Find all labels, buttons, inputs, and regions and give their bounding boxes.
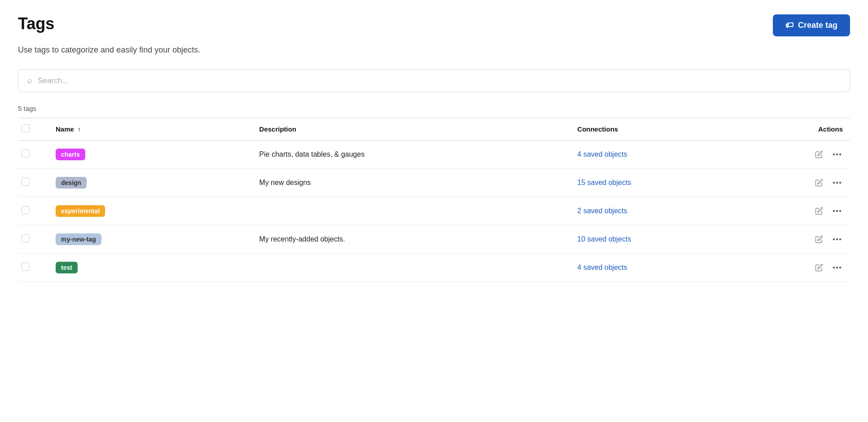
table-row: experimental 2 saved objects (18, 197, 850, 225)
row-name-cell-test: test (48, 254, 252, 282)
row-name-cell-charts: charts (48, 141, 252, 169)
row-checkbox-cell (18, 225, 48, 254)
row-checkbox-cell (18, 141, 48, 169)
row-description-charts: Pie charts, data tables, & gauges (259, 150, 365, 158)
connections-link-experimental[interactable]: 2 saved objects (577, 207, 627, 215)
search-icon: ⌕ (27, 76, 32, 85)
connections-link-test[interactable]: 4 saved objects (577, 264, 627, 271)
row-checkbox-charts[interactable] (22, 149, 30, 158)
tag-badge-design[interactable]: design (56, 177, 87, 189)
more-button-my-new-tag[interactable] (831, 237, 843, 242)
row-connections-cell-test: 4 saved objects (570, 254, 748, 282)
page-description: Use tags to categorize and easily find y… (18, 45, 850, 55)
edit-button-charts[interactable] (813, 149, 825, 160)
edit-button-test[interactable] (813, 262, 825, 273)
more-icon-charts (833, 154, 841, 155)
more-icon-design (833, 182, 841, 184)
row-description-cell-experimental (252, 197, 570, 225)
tags-table: Name ↑ Description Connections Actions c… (18, 118, 850, 282)
row-description-cell-test (252, 254, 570, 282)
more-button-charts[interactable] (831, 152, 843, 157)
row-name-cell-design: design (48, 169, 252, 197)
tag-badge-experimental[interactable]: experimental (56, 205, 105, 217)
tag-badge-my-new-tag[interactable]: my-new-tag (56, 233, 101, 245)
table-row: charts Pie charts, data tables, & gauges… (18, 141, 850, 169)
column-header-actions: Actions (748, 118, 850, 141)
row-description-design: My new designs (259, 179, 311, 186)
more-button-experimental[interactable] (831, 208, 843, 214)
tag-icon: 🏷 (785, 21, 793, 30)
row-actions-cell-my-new-tag (748, 225, 850, 254)
row-checkbox-cell (18, 254, 48, 282)
create-tag-label: Create tag (798, 21, 837, 30)
more-button-test[interactable] (831, 265, 843, 270)
row-connections-cell-experimental: 2 saved objects (570, 197, 748, 225)
connections-link-charts[interactable]: 4 saved objects (577, 150, 627, 158)
edit-icon-charts (815, 150, 823, 158)
edit-button-design[interactable] (813, 177, 825, 189)
row-checkbox-design[interactable] (22, 178, 30, 186)
edit-button-experimental[interactable] (813, 205, 825, 217)
connections-link-design[interactable]: 15 saved objects (577, 179, 631, 186)
row-actions-cell-test (748, 254, 850, 282)
tags-count: 5 tags (18, 105, 850, 112)
row-actions-cell-design (748, 169, 850, 197)
more-button-design[interactable] (831, 180, 843, 185)
create-tag-button[interactable]: 🏷 Create tag (773, 14, 850, 36)
action-buttons-test (755, 262, 843, 273)
select-all-checkbox[interactable] (22, 124, 30, 132)
row-description-cell-charts: Pie charts, data tables, & gauges (252, 141, 570, 169)
edit-icon-experimental (815, 207, 823, 215)
more-icon-test (833, 267, 841, 268)
action-buttons-charts (755, 149, 843, 160)
connections-link-my-new-tag[interactable]: 10 saved objects (577, 235, 631, 243)
action-buttons-design (755, 177, 843, 189)
table-row: my-new-tag My recently-added objects. 10… (18, 225, 850, 254)
row-checkbox-experimental[interactable] (22, 206, 30, 214)
search-input[interactable] (38, 76, 841, 85)
row-checkbox-cell (18, 197, 48, 225)
edit-icon-my-new-tag (815, 235, 823, 243)
action-buttons-my-new-tag (755, 233, 843, 245)
select-all-header (18, 118, 48, 141)
more-icon-experimental (833, 210, 841, 212)
row-description-my-new-tag: My recently-added objects. (259, 235, 345, 243)
tag-badge-charts[interactable]: charts (56, 149, 85, 160)
edit-button-my-new-tag[interactable] (813, 233, 825, 245)
table-header-row: Name ↑ Description Connections Actions (18, 118, 850, 141)
edit-icon-test (815, 264, 823, 272)
column-header-connections: Connections (570, 118, 748, 141)
page-title: Tags (18, 14, 54, 33)
row-actions-cell-experimental (748, 197, 850, 225)
row-name-cell-my-new-tag: my-new-tag (48, 225, 252, 254)
row-connections-cell-design: 15 saved objects (570, 169, 748, 197)
row-connections-cell-my-new-tag: 10 saved objects (570, 225, 748, 254)
row-actions-cell-charts (748, 141, 850, 169)
table-row: design My new designs 15 saved objects (18, 169, 850, 197)
row-checkbox-test[interactable] (22, 263, 30, 271)
tag-badge-test[interactable]: test (56, 262, 78, 273)
sort-icon: ↑ (78, 126, 81, 133)
table-row: test 4 saved objects (18, 254, 850, 282)
page-header: Tags 🏷 Create tag (18, 14, 850, 36)
edit-icon-design (815, 179, 823, 187)
action-buttons-experimental (755, 205, 843, 217)
row-description-cell-my-new-tag: My recently-added objects. (252, 225, 570, 254)
row-checkbox-my-new-tag[interactable] (22, 234, 30, 242)
column-header-description: Description (252, 118, 570, 141)
column-header-name[interactable]: Name ↑ (48, 118, 252, 141)
row-description-cell-design: My new designs (252, 169, 570, 197)
row-connections-cell-charts: 4 saved objects (570, 141, 748, 169)
search-container: ⌕ (18, 69, 850, 92)
row-checkbox-cell (18, 169, 48, 197)
more-icon-my-new-tag (833, 238, 841, 240)
row-name-cell-experimental: experimental (48, 197, 252, 225)
